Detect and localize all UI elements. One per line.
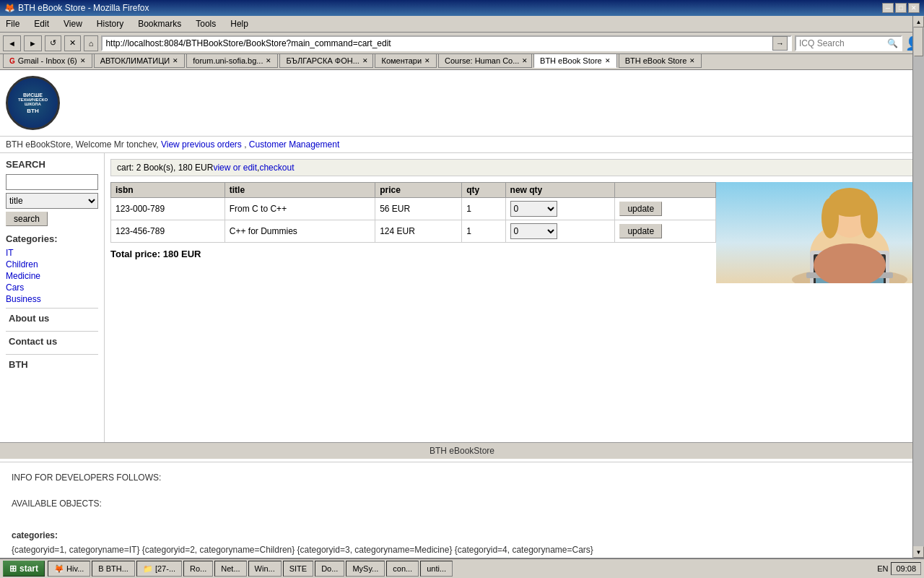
tab-close-avto[interactable]: ✕ xyxy=(173,57,178,64)
taskbar-right: EN 09:08 xyxy=(877,562,921,575)
sidebar: SEARCH title author isbn search Categori… xyxy=(0,153,105,442)
main-area: cart: 2 Book(s), 180 EUR view or edit , … xyxy=(105,153,924,442)
reload-button[interactable]: ↺ xyxy=(45,35,61,51)
stop-button[interactable]: ✕ xyxy=(64,35,81,51)
menu-file[interactable]: File xyxy=(3,17,22,30)
go-button[interactable]: → xyxy=(772,36,788,51)
cell-qty-2: 1 xyxy=(462,220,505,243)
tab-course[interactable]: Course: Human Co... ✕ xyxy=(438,54,532,68)
categories-title: Categories: xyxy=(6,233,98,244)
category-business[interactable]: Business xyxy=(6,293,98,305)
site-logo: ВИСШЕ ТЕХНИЧЕСКО ШКОЛА BTH xyxy=(6,76,60,130)
separator: , xyxy=(244,139,249,150)
icq-search-input[interactable] xyxy=(799,38,886,48)
minimize-button[interactable]: ─ xyxy=(882,3,894,13)
start-button[interactable]: ⊞ start xyxy=(3,561,45,577)
category-children[interactable]: Children xyxy=(6,259,98,270)
scroll-down-button[interactable]: ▼ xyxy=(913,546,924,558)
taskbar-item-8[interactable]: Do... xyxy=(315,561,344,577)
tab-close-course[interactable]: ✕ xyxy=(522,57,528,64)
tab-close-gmail[interactable]: ✕ xyxy=(80,57,86,64)
scroll-track xyxy=(913,27,924,546)
taskbar-item-6[interactable]: Win... xyxy=(248,561,282,577)
welcome-text: BTH eBookStore, Welcome Mr tonchev, xyxy=(6,139,161,150)
site-banner-image xyxy=(716,182,915,283)
search-button[interactable]: search xyxy=(6,212,48,226)
tab-label: forum.uni-sofia.bg... xyxy=(193,56,263,65)
menu-bookmarks[interactable]: Bookmarks xyxy=(135,17,184,30)
checkout-link[interactable]: checkout xyxy=(259,163,294,173)
update-button-2[interactable]: update xyxy=(619,224,662,238)
scroll-thumb[interactable] xyxy=(914,27,923,56)
tab-label: Gmail - Inbox (6) xyxy=(18,56,77,65)
category-it[interactable]: IT xyxy=(6,247,98,259)
maximize-button[interactable]: □ xyxy=(895,3,907,13)
site-header: ВИСШЕ ТЕХНИЧЕСКО ШКОЛА BTH xyxy=(0,70,924,137)
taskbar: ⊞ start 🦊 Hiv... B BTH... 📁 [27-... Ro..… xyxy=(0,558,924,578)
browser-icon: 🦊 xyxy=(4,3,15,13)
taskbar-item-3[interactable]: 📁 [27-... xyxy=(136,561,182,577)
tab-bulgarian[interactable]: БЪЛГАРСКА ФОН... ✕ xyxy=(279,54,373,68)
taskbar-item-11[interactable]: unti... xyxy=(420,561,453,577)
scroll-up-button[interactable]: ▲ xyxy=(913,16,924,27)
cart-text: cart: 2 Book(s), 180 EUR xyxy=(117,163,213,173)
bth-link[interactable]: BTH xyxy=(6,354,98,374)
tab-bth-2[interactable]: BTH eBook Store ✕ xyxy=(619,54,702,68)
category-medicine[interactable]: Medicine xyxy=(6,270,98,282)
search-type-select[interactable]: title author isbn xyxy=(6,193,98,209)
taskbar-item-7[interactable]: SITE xyxy=(283,561,313,577)
tab-close-forum[interactable]: ✕ xyxy=(266,57,271,64)
update-button-1[interactable]: update xyxy=(619,202,662,216)
menu-view[interactable]: View xyxy=(61,17,85,30)
cart-table: isbn title price qty new qty 123-000-789 xyxy=(110,182,716,243)
menu-edit[interactable]: Edit xyxy=(31,17,52,30)
tab-close-bulg[interactable]: ✕ xyxy=(362,57,368,64)
taskbar-item-9[interactable]: MySy... xyxy=(346,561,385,577)
col-title: title xyxy=(225,183,375,198)
tab-avtoklimatiqi[interactable]: АВТОКЛИМАТИЦИ ✕ xyxy=(94,54,186,68)
cell-title-2: C++ for Dummies xyxy=(225,220,375,243)
cell-new-qty-2: 0123 xyxy=(505,220,615,243)
forward-button[interactable]: ► xyxy=(24,35,42,51)
taskbar-item-4[interactable]: Ro... xyxy=(183,561,213,577)
new-qty-select-2[interactable]: 0123 xyxy=(510,223,557,239)
cell-update-2: update xyxy=(615,220,716,243)
taskbar-item-1[interactable]: 🦊 Hiv... xyxy=(48,561,90,577)
contact-us-link[interactable]: Contact us xyxy=(6,331,98,351)
cell-new-qty-1: 0123 xyxy=(505,198,615,220)
customer-management-link[interactable]: Customer Management xyxy=(249,139,339,150)
tab-close-bth1[interactable]: ✕ xyxy=(605,57,611,64)
scrollbar: ▲ ▼ xyxy=(912,16,924,558)
tab-bth-1[interactable]: BTH eBook Store ✕ xyxy=(533,54,617,68)
tab-close-bth2[interactable]: ✕ xyxy=(689,57,695,64)
taskbar-item-5[interactable]: Net... xyxy=(214,561,246,577)
menu-tools[interactable]: Tools xyxy=(193,17,219,30)
logo-text: ВИСШЕ ТЕХНИЧЕСКО ШКОЛА BTH xyxy=(18,92,48,114)
category-cars[interactable]: Cars xyxy=(6,282,98,293)
view-edit-link[interactable]: view or edit xyxy=(213,163,257,173)
taskbar-item-10[interactable]: con... xyxy=(386,561,419,577)
taskbar-item-2[interactable]: B BTH... xyxy=(92,561,135,577)
about-us-link[interactable]: About us xyxy=(6,308,98,328)
cell-isbn-2: 123-456-789 xyxy=(111,220,225,243)
col-new-qty: new qty xyxy=(505,183,615,198)
menu-help[interactable]: Help xyxy=(227,17,251,30)
lang-indicator: EN xyxy=(877,564,888,573)
home-button[interactable]: ⌂ xyxy=(84,35,99,51)
tab-forum[interactable]: forum.uni-sofia.bg... ✕ xyxy=(186,54,278,68)
tab-komentari[interactable]: Коментари ✕ xyxy=(375,54,437,68)
tab-gmail[interactable]: G Gmail - Inbox (6) ✕ xyxy=(3,54,92,68)
new-qty-select-1[interactable]: 0123 xyxy=(510,201,557,217)
windows-icon: ⊞ xyxy=(9,564,17,574)
menu-history[interactable]: History xyxy=(94,17,126,30)
address-input[interactable] xyxy=(105,38,772,48)
dev-header: INFO FOR DEVELOPERS FOLLOWS: xyxy=(12,471,912,484)
view-orders-link[interactable]: View previous orders xyxy=(161,139,242,150)
back-button[interactable]: ◄ xyxy=(3,35,21,51)
search-input[interactable] xyxy=(6,174,98,190)
total-price: Total price: 180 EUR xyxy=(110,249,716,259)
welcome-bar: BTH eBookStore, Welcome Mr tonchev, View… xyxy=(0,137,924,153)
site-footer: BTH eBookStore xyxy=(0,442,924,459)
tab-close-kom[interactable]: ✕ xyxy=(424,57,430,64)
close-button[interactable]: ✕ xyxy=(908,3,920,13)
